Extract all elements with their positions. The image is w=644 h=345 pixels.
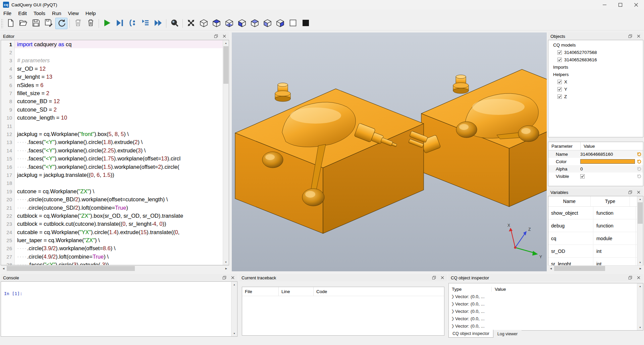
scroll-up-arrow[interactable]: ▲	[637, 283, 643, 289]
close-button[interactable]	[628, 0, 644, 9]
inspector-row[interactable]: ❯Vector: (0.0, ...	[449, 307, 643, 315]
scroll-down-arrow[interactable]: ▼	[231, 331, 237, 336]
tree-item-imports[interactable]: Imports	[548, 63, 643, 71]
tree-item-3140652707568[interactable]: 3140652707568	[548, 49, 643, 56]
checkbox[interactable]	[557, 58, 562, 62]
tab-log-viewer[interactable]: Log viewer	[493, 330, 522, 338]
menu-help[interactable]: Help	[82, 10, 99, 16]
tree-item-3140652683616[interactable]: 3140652683616	[548, 56, 643, 63]
float-button[interactable]	[432, 275, 436, 280]
menu-tools[interactable]: Tools	[30, 10, 49, 16]
close-button[interactable]	[440, 275, 445, 280]
maximize-button[interactable]	[612, 0, 628, 9]
save-as-button[interactable]	[43, 18, 55, 29]
view-left-button[interactable]	[261, 18, 273, 29]
inspector-row[interactable]: ❯Vector: (0.0, ...	[449, 322, 643, 330]
editor-vscrollbar[interactable]: ▲ ▼	[223, 40, 229, 265]
tab-cq-object-inspector[interactable]: CQ object inspector	[448, 330, 493, 338]
toolbar-drag-handle[interactable]	[1, 19, 3, 28]
inspector-row[interactable]: ❯Vector: (0.0, ...	[449, 315, 643, 322]
property-value[interactable]	[577, 174, 635, 179]
minimize-button[interactable]	[597, 0, 612, 9]
variables-table[interactable]: Name Type show_objectfunction<fdebugfunc…	[548, 196, 643, 266]
close-button[interactable]	[230, 275, 235, 280]
view-back-button[interactable]	[249, 18, 261, 29]
shade-black-button[interactable]	[300, 18, 312, 29]
scroll-up-arrow[interactable]: ▲	[231, 282, 237, 287]
step-button[interactable]	[126, 18, 139, 29]
float-button[interactable]	[628, 34, 633, 39]
objects-tree[interactable]: CQ models31406527075683140652683616Impor…	[548, 40, 643, 137]
scroll-up-arrow[interactable]: ▲	[223, 40, 229, 46]
save-button[interactable]	[30, 18, 42, 29]
delete-button[interactable]	[85, 18, 97, 29]
inspector-tree[interactable]: Type Value ❯Vector: (0.0, ...❯Vector: (0…	[448, 283, 643, 331]
float-button[interactable]	[222, 275, 227, 280]
expand-arrow-icon[interactable]: ❯	[450, 294, 455, 299]
code-editor[interactable]: 1import cadquery as cq23# parameters4sr_…	[1, 40, 229, 265]
view-iso-button[interactable]	[198, 18, 210, 29]
viewport-3d[interactable]: X Z Y	[232, 32, 547, 271]
clean-button[interactable]	[72, 18, 84, 29]
checkbox[interactable]	[557, 87, 562, 91]
new-file-button[interactable]	[4, 18, 16, 29]
variables-hscroll-thumb[interactable]	[554, 266, 605, 271]
variables-hscrollbar[interactable]: ◀ ▶	[548, 265, 643, 271]
variable-row-sr_od[interactable]: sr_ODint12	[548, 245, 643, 258]
tree-item-cq-models[interactable]: CQ models	[548, 41, 643, 49]
close-button[interactable]	[222, 34, 227, 39]
console-vscrollbar[interactable]: ▲ ▼	[231, 282, 237, 336]
inspector-row[interactable]: ❯Vector: (0.0, ...	[449, 300, 643, 307]
view-top-button[interactable]	[210, 18, 222, 29]
continue-button[interactable]	[152, 18, 164, 29]
checkbox[interactable]	[557, 50, 562, 55]
editor-hscrollbar[interactable]: ◀ ▶	[1, 265, 229, 271]
shade-white-button[interactable]	[287, 18, 299, 29]
scroll-right-arrow[interactable]: ▶	[223, 266, 229, 271]
variable-row-cq[interactable]: cqmodule<m	[548, 232, 643, 245]
inspector-row[interactable]: ❯Vector: (0.0, ...	[449, 293, 643, 300]
inspector-vscrollbar[interactable]: ▲ ▼	[637, 283, 643, 330]
tree-item-helpers[interactable]: Helpers	[548, 71, 643, 78]
variables-vscrollbar[interactable]: ▲ ▼	[637, 196, 643, 265]
menu-edit[interactable]: Edit	[15, 10, 30, 16]
fit-view-button[interactable]	[185, 18, 197, 29]
reset-button[interactable]	[635, 159, 643, 164]
step-list-button[interactable]	[139, 18, 151, 29]
view-front-button[interactable]	[236, 18, 248, 29]
scroll-up-arrow[interactable]: ▲	[637, 196, 643, 202]
variable-row-show_object[interactable]: show_objectfunction<f	[548, 207, 643, 219]
scroll-down-arrow[interactable]: ▼	[637, 260, 643, 265]
float-button[interactable]	[628, 190, 633, 195]
menu-view[interactable]: View	[65, 10, 82, 16]
checkbox[interactable]	[580, 174, 585, 179]
editor-hscroll-thumb[interactable]	[7, 266, 135, 271]
preview-button[interactable]	[168, 18, 180, 29]
reload-button[interactable]	[55, 18, 67, 29]
tree-item-x[interactable]: X	[548, 78, 643, 85]
property-value[interactable]	[577, 159, 635, 164]
close-button[interactable]	[636, 275, 641, 280]
scroll-left-arrow[interactable]: ◀	[1, 266, 6, 271]
editor-vscroll-thumb[interactable]	[223, 46, 228, 84]
scroll-right-arrow[interactable]: ▶	[638, 266, 643, 271]
float-button[interactable]	[214, 34, 218, 39]
checkbox[interactable]	[557, 94, 562, 99]
variables-vscroll-thumb[interactable]	[638, 202, 643, 224]
expand-arrow-icon[interactable]: ❯	[450, 316, 455, 321]
scroll-left-arrow[interactable]: ◀	[548, 266, 554, 271]
expand-arrow-icon[interactable]: ❯	[450, 301, 455, 306]
view-bottom-button[interactable]	[223, 18, 235, 29]
debug-button[interactable]	[114, 18, 126, 29]
variable-row-sr_lenght[interactable]: sr_lenghtint13	[548, 258, 643, 266]
color-swatch[interactable]	[580, 159, 635, 164]
menu-run[interactable]: Run	[49, 10, 65, 16]
float-button[interactable]	[628, 275, 633, 280]
tree-item-z[interactable]: Z	[548, 93, 643, 100]
console-input-area[interactable]: In [1]: ▲ ▼	[1, 281, 237, 337]
view-right-button[interactable]	[274, 18, 286, 29]
variable-row-debug[interactable]: debugfunction<f	[548, 219, 643, 232]
expand-arrow-icon[interactable]: ❯	[450, 324, 455, 328]
scroll-down-arrow[interactable]: ▼	[637, 325, 643, 330]
checkbox[interactable]	[557, 80, 562, 84]
